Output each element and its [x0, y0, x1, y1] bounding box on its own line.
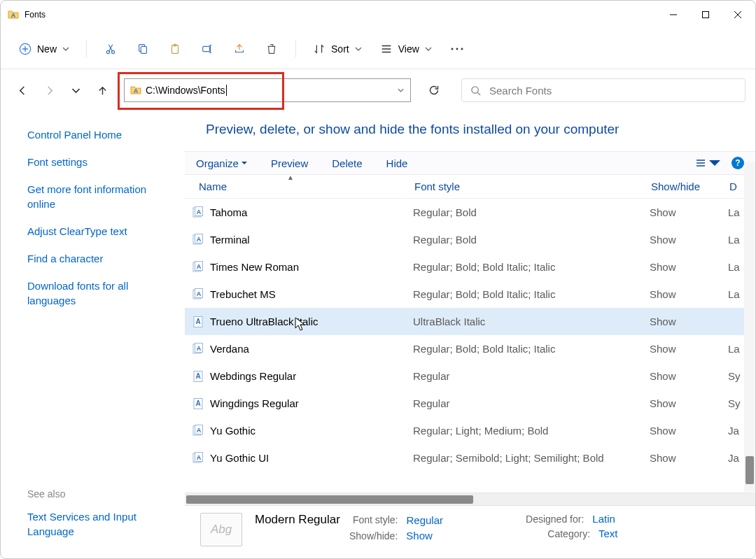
sort-dropdown[interactable]: Sort — [306, 38, 369, 59]
titlebar: A Fonts — [1, 1, 755, 29]
refresh-button[interactable] — [422, 78, 446, 102]
font-showhide: Show — [650, 234, 728, 246]
font-row[interactable]: ATrueno UltraBlack ItalicUltraBlack Ital… — [185, 308, 755, 335]
sidebar-link[interactable]: Control Panel Home — [27, 127, 177, 142]
font-name: Yu Gothic — [210, 425, 413, 437]
sidebar-link[interactable]: Text Services and Input Language — [27, 509, 177, 539]
font-showhide: Show — [650, 261, 728, 273]
svg-rect-14 — [203, 46, 210, 51]
svg-point-8 — [106, 50, 109, 53]
recent-dropdown[interactable] — [64, 78, 88, 102]
font-row[interactable]: AYu Gothic UIRegular; Semibold; Light; S… — [185, 444, 755, 472]
new-button[interactable]: New — [12, 38, 76, 59]
font-style: Regular; Bold; Bold Italic; Italic — [413, 343, 650, 355]
see-also-label: See also — [27, 488, 177, 500]
change-view-dropdown[interactable] — [695, 157, 720, 169]
font-file-icon: A — [192, 397, 204, 410]
hide-font-button[interactable]: Hide — [386, 157, 408, 169]
rename-button[interactable] — [193, 36, 221, 62]
scrollbar-thumb[interactable] — [746, 456, 754, 484]
forward-button[interactable] — [37, 78, 61, 102]
search-icon — [470, 85, 481, 96]
svg-text:A: A — [197, 344, 202, 351]
svg-point-21 — [451, 48, 453, 50]
svg-rect-11 — [141, 46, 146, 53]
sidebar-link[interactable]: Find a character — [27, 251, 177, 266]
help-button[interactable]: ? — [732, 157, 744, 169]
font-file-icon: A — [192, 288, 204, 301]
fonts-folder-icon: A — [130, 85, 141, 96]
details-value[interactable]: Show — [406, 530, 433, 542]
font-list[interactable]: ATahomaRegular; BoldShowLaATerminalRegul… — [185, 199, 755, 493]
svg-text:A: A — [195, 318, 200, 325]
font-row[interactable]: ATimes New RomanRegular; Bold; Bold Ital… — [185, 253, 755, 281]
font-name: Trueno UltraBlack Italic — [210, 316, 413, 327]
font-row[interactable]: AWingdings RegularRegularShowSy — [185, 390, 755, 417]
sidebar-link[interactable]: Font settings — [27, 155, 177, 169]
font-showhide: Show — [650, 316, 728, 327]
svg-text:A: A — [197, 453, 202, 460]
column-name[interactable]: Name — [199, 181, 414, 192]
svg-text:A: A — [195, 399, 200, 407]
cut-button[interactable] — [97, 36, 125, 62]
window-title: Fonts — [24, 10, 46, 20]
font-file-icon: A — [192, 261, 204, 274]
share-button[interactable] — [225, 36, 253, 62]
font-row[interactable]: ATerminalRegular; BoldShowLa — [185, 226, 755, 253]
svg-point-25 — [472, 86, 478, 92]
minimize-button[interactable] — [657, 3, 690, 26]
font-file-icon: A — [192, 425, 204, 437]
vertical-scrollbar[interactable] — [744, 162, 755, 492]
view-label: View — [398, 43, 419, 55]
svg-text:A: A — [134, 87, 139, 94]
column-fontstyle[interactable]: Font style — [414, 181, 651, 192]
main-pane: Preview, delete, or show and hide the fo… — [184, 112, 755, 558]
copy-button[interactable] — [129, 36, 157, 62]
scrollbar-thumb[interactable] — [186, 495, 473, 504]
sidebar-link[interactable]: Adjust ClearType text — [27, 224, 177, 239]
font-thumbnail: Abg — [200, 513, 242, 546]
font-row[interactable]: AYu GothicRegular; Light; Medium; BoldSh… — [185, 417, 755, 444]
paste-button[interactable] — [161, 36, 189, 62]
svg-text:A: A — [197, 262, 202, 269]
view-dropdown[interactable]: View — [373, 38, 439, 59]
sort-indicator-icon: ▲ — [287, 174, 294, 181]
maximize-button[interactable] — [690, 3, 722, 26]
details-font-name: Modern Regular — [255, 513, 340, 527]
font-showhide: Show — [650, 397, 728, 409]
details-value[interactable]: Regular — [407, 514, 444, 526]
preview-button[interactable]: Preview — [271, 157, 308, 169]
font-style: UltraBlack Italic — [413, 316, 650, 327]
navigation-bar: A C:\Windows\Fonts Search Fonts — [1, 69, 755, 111]
font-row[interactable]: ATahomaRegular; BoldShowLa — [185, 199, 755, 226]
close-button[interactable] — [722, 3, 754, 26]
font-name: Tahoma — [210, 206, 413, 218]
details-value[interactable]: Text — [598, 528, 618, 539]
fonts-window: A Fonts New Sort View — [0, 0, 756, 559]
sidebar-link[interactable]: Get more font information online — [27, 182, 177, 211]
details-value[interactable]: Latin — [592, 513, 615, 525]
more-button[interactable] — [443, 36, 471, 62]
font-showhide: Show — [650, 370, 728, 382]
back-button[interactable] — [10, 78, 34, 102]
font-row[interactable]: AWebdings RegularRegularShowSy — [185, 362, 755, 390]
organize-dropdown[interactable]: Organize — [196, 157, 247, 169]
search-input[interactable]: Search Fonts — [461, 78, 746, 102]
delete-font-button[interactable]: Delete — [332, 157, 362, 169]
delete-button[interactable] — [258, 36, 286, 62]
svg-text:A: A — [197, 290, 202, 297]
chevron-down-icon[interactable] — [397, 87, 405, 94]
up-button[interactable] — [90, 78, 114, 102]
sidebar-link[interactable]: Download fonts for all languages — [27, 278, 177, 308]
font-row[interactable]: AVerdanaRegular; Bold; Bold Italic; Ital… — [185, 335, 755, 362]
details-label: Show/hide: — [349, 530, 398, 542]
font-row[interactable]: ATrebuchet MSRegular; Bold; Bold Italic;… — [185, 281, 755, 308]
font-file-icon: A — [192, 452, 204, 465]
address-path: C:\Windows\Fonts — [146, 85, 227, 96]
chevron-down-icon — [355, 45, 362, 52]
address-bar[interactable]: A C:\Windows\Fonts — [124, 78, 411, 102]
horizontal-scrollbar[interactable] — [185, 493, 755, 505]
details-pane: Abg Modern Regular Font style: Regular S… — [185, 505, 755, 558]
svg-text:A: A — [197, 426, 202, 433]
column-showhide[interactable]: Show/hide — [651, 181, 729, 192]
